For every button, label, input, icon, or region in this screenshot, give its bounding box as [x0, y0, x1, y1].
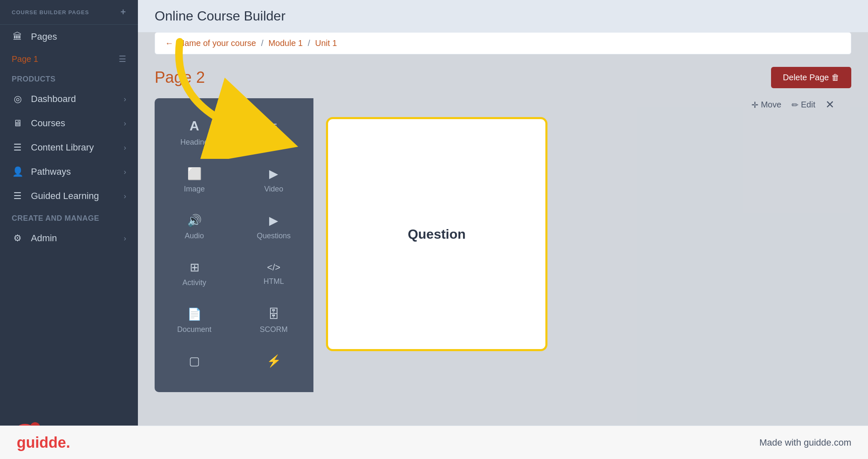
dashboard-chevron-icon: ›: [124, 95, 126, 104]
scorm-icon: 🗄: [268, 307, 280, 321]
sidebar-item-content-library[interactable]: ☰ Content Library ›: [0, 135, 138, 160]
sidebar-page1-item[interactable]: Page 1 ☰: [0, 49, 138, 69]
edit-pencil-icon: ✏: [792, 100, 799, 110]
courses-label: Courses: [31, 118, 65, 129]
image-label: Image: [184, 185, 205, 194]
breadcrumb-unit-link[interactable]: Unit 1: [315, 38, 337, 48]
edit-button[interactable]: ✏ Edit: [792, 100, 815, 110]
breadcrumb-module-link[interactable]: Module 1: [268, 38, 303, 48]
block-image[interactable]: ⬜ Image: [155, 157, 234, 204]
block-document[interactable]: 📄 Document: [155, 297, 234, 344]
block-square[interactable]: ▢: [155, 344, 234, 382]
block-lightning[interactable]: ⚡: [234, 344, 313, 382]
sidebar-item-admin[interactable]: ⚙ Admin ›: [0, 226, 138, 250]
breadcrumb-arrow-icon: ←: [165, 38, 173, 48]
dashboard-label: Dashboard: [31, 94, 76, 105]
page-content-area: Page 2 Delete Page 🗑 A Heading ≡ Para: [138, 54, 868, 405]
html-icon: </>: [267, 262, 280, 273]
pathways-chevron-icon: ›: [124, 168, 126, 176]
close-icon: ✕: [825, 98, 835, 111]
page1-hamburger-icon[interactable]: ☰: [119, 54, 126, 64]
block-audio[interactable]: 🔊 Audio: [155, 204, 234, 250]
create-manage-section-label: CREATE AND MANAGE: [0, 208, 138, 226]
courses-chevron-icon: ›: [124, 119, 126, 128]
video-label: Video: [264, 185, 283, 194]
top-bar: Online Course Builder: [138, 0, 868, 32]
guided-learning-chevron-icon: ›: [124, 192, 126, 201]
image-icon: ⬜: [187, 167, 202, 181]
course-builder-pages-header: COURSE BUILDER PAGES +: [0, 0, 138, 25]
move-icon: ✛: [751, 100, 759, 110]
dashboard-icon: ◎: [12, 94, 23, 105]
breadcrumb: ← Name of your course / Module 1 / Unit …: [155, 32, 851, 54]
sidebar-item-pathways[interactable]: 👤 Pathways ›: [0, 160, 138, 184]
breadcrumb-sep2: /: [308, 38, 310, 48]
document-icon: 📄: [187, 307, 202, 321]
page-header-title: Online Course Builder: [155, 8, 285, 24]
scorm-label: SCORM: [260, 325, 288, 334]
pages-icon: 🏛: [12, 31, 23, 42]
audio-icon: 🔊: [187, 214, 202, 227]
block-html[interactable]: </> HTML: [234, 250, 313, 297]
sidebar: COURSE BUILDER PAGES + 🏛 Pages Page 1 ☰ …: [0, 0, 138, 459]
courses-icon: 🖥: [12, 118, 23, 129]
document-label: Document: [177, 325, 211, 334]
content-library-label: Content Library: [31, 142, 94, 153]
page-title-row: Page 2 Delete Page 🗑: [155, 67, 851, 88]
sidebar-item-dashboard[interactable]: ◎ Dashboard ›: [0, 87, 138, 111]
heading-label: Heading: [180, 138, 208, 147]
products-section-label: PRODUCTS: [0, 69, 138, 87]
blocks-container: A Heading ≡ Para ⬜ Image ▶: [155, 98, 851, 392]
pathways-label: Pathways: [31, 166, 71, 177]
footer-logo-text: guidde.: [17, 434, 70, 451]
pathways-icon: 👤: [12, 166, 23, 177]
para-icon: ≡: [270, 120, 277, 133]
add-page-button[interactable]: +: [120, 7, 126, 18]
admin-chevron-icon: ›: [124, 234, 126, 243]
para-label: Para: [266, 137, 282, 146]
heading-icon: A: [189, 118, 199, 134]
sidebar-pages-label: Pages: [31, 31, 57, 42]
block-activity[interactable]: ⊞ Activity: [155, 250, 234, 297]
sidebar-item-courses[interactable]: 🖥 Courses ›: [0, 111, 138, 135]
activity-label: Activity: [182, 278, 206, 287]
delete-page-button[interactable]: Delete Page 🗑: [771, 67, 851, 88]
block-scorm[interactable]: 🗄 SCORM: [234, 297, 313, 344]
audio-label: Audio: [185, 232, 204, 240]
move-button[interactable]: ✛ Move: [751, 100, 781, 110]
sidebar-item-pages[interactable]: 🏛 Pages: [0, 25, 138, 49]
admin-label: Admin: [31, 233, 57, 244]
footer: guidde. Made with guidde.com: [0, 426, 868, 459]
questions-icon: ▶: [269, 214, 278, 227]
admin-icon: ⚙: [12, 233, 23, 244]
block-types-panel: A Heading ≡ Para ⬜ Image ▶: [155, 98, 313, 392]
edit-toolbar: ✛ Move ✏ Edit ✕: [326, 98, 839, 111]
square-icon: ▢: [189, 354, 200, 368]
guided-learning-label: Guided Learning: [31, 191, 99, 201]
footer-tagline: Made with guidde.com: [759, 437, 851, 448]
main-content: Online Course Builder ← Name of your cou…: [138, 0, 868, 459]
lightning-icon: ⚡: [267, 354, 281, 368]
content-library-icon: ☰: [12, 142, 23, 153]
questions-label: Questions: [257, 232, 290, 240]
breadcrumb-sep1: /: [261, 38, 264, 48]
block-questions[interactable]: ▶ Questions: [234, 204, 313, 250]
page1-label: Page 1: [12, 54, 38, 64]
edit-label: Edit: [801, 100, 815, 110]
page-title: Page 2: [155, 69, 205, 87]
activity-icon: ⊞: [190, 260, 199, 274]
right-panel: ✛ Move ✏ Edit ✕ Question: [313, 98, 851, 392]
block-heading[interactable]: A Heading: [155, 108, 234, 157]
close-button[interactable]: ✕: [825, 98, 835, 111]
video-icon: ▶: [269, 167, 278, 181]
question-card: Question: [326, 117, 547, 351]
pages-section-label: COURSE BUILDER PAGES: [12, 9, 89, 15]
html-label: HTML: [264, 277, 284, 286]
move-label: Move: [761, 100, 781, 110]
breadcrumb-course-link[interactable]: Name of your course: [178, 38, 256, 48]
block-para[interactable]: ≡ Para: [234, 108, 313, 157]
question-text: Question: [408, 227, 466, 242]
sidebar-item-guided-learning[interactable]: ☰ Guided Learning ›: [0, 184, 138, 208]
block-video[interactable]: ▶ Video: [234, 157, 313, 204]
content-library-chevron-icon: ›: [124, 143, 126, 152]
